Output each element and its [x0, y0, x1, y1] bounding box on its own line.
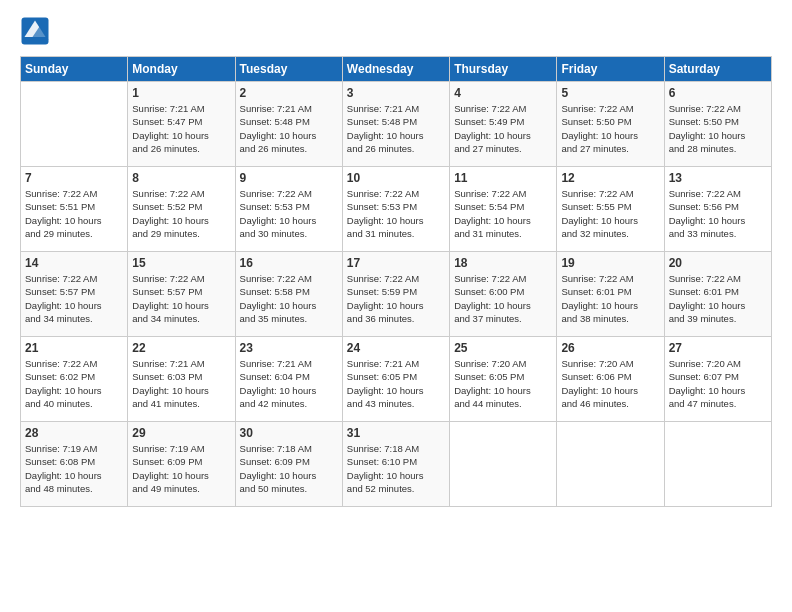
day-number: 17 — [347, 256, 445, 270]
calendar-cell — [450, 422, 557, 507]
day-number: 9 — [240, 171, 338, 185]
calendar-cell: 26Sunrise: 7:20 AM Sunset: 6:06 PM Dayli… — [557, 337, 664, 422]
calendar-cell: 29Sunrise: 7:19 AM Sunset: 6:09 PM Dayli… — [128, 422, 235, 507]
calendar-cell: 4Sunrise: 7:22 AM Sunset: 5:49 PM Daylig… — [450, 82, 557, 167]
header — [20, 16, 772, 46]
calendar-cell: 2Sunrise: 7:21 AM Sunset: 5:48 PM Daylig… — [235, 82, 342, 167]
calendar-cell: 13Sunrise: 7:22 AM Sunset: 5:56 PM Dayli… — [664, 167, 771, 252]
calendar-cell: 6Sunrise: 7:22 AM Sunset: 5:50 PM Daylig… — [664, 82, 771, 167]
calendar-cell: 14Sunrise: 7:22 AM Sunset: 5:57 PM Dayli… — [21, 252, 128, 337]
day-number: 4 — [454, 86, 552, 100]
day-number: 11 — [454, 171, 552, 185]
day-number: 18 — [454, 256, 552, 270]
day-number: 14 — [25, 256, 123, 270]
weekday-header-row: SundayMondayTuesdayWednesdayThursdayFrid… — [21, 57, 772, 82]
calendar-cell: 24Sunrise: 7:21 AM Sunset: 6:05 PM Dayli… — [342, 337, 449, 422]
calendar-cell: 9Sunrise: 7:22 AM Sunset: 5:53 PM Daylig… — [235, 167, 342, 252]
calendar-cell — [664, 422, 771, 507]
weekday-header-tuesday: Tuesday — [235, 57, 342, 82]
day-info: Sunrise: 7:22 AM Sunset: 5:50 PM Dayligh… — [669, 102, 767, 155]
weekday-header-monday: Monday — [128, 57, 235, 82]
calendar-cell: 19Sunrise: 7:22 AM Sunset: 6:01 PM Dayli… — [557, 252, 664, 337]
day-number: 19 — [561, 256, 659, 270]
calendar-cell: 7Sunrise: 7:22 AM Sunset: 5:51 PM Daylig… — [21, 167, 128, 252]
day-number: 6 — [669, 86, 767, 100]
day-number: 27 — [669, 341, 767, 355]
calendar-cell — [557, 422, 664, 507]
day-number: 28 — [25, 426, 123, 440]
logo — [20, 16, 54, 46]
day-info: Sunrise: 7:20 AM Sunset: 6:05 PM Dayligh… — [454, 357, 552, 410]
day-info: Sunrise: 7:22 AM Sunset: 5:51 PM Dayligh… — [25, 187, 123, 240]
calendar-cell: 15Sunrise: 7:22 AM Sunset: 5:57 PM Dayli… — [128, 252, 235, 337]
day-info: Sunrise: 7:22 AM Sunset: 5:57 PM Dayligh… — [132, 272, 230, 325]
day-number: 26 — [561, 341, 659, 355]
day-info: Sunrise: 7:21 AM Sunset: 5:48 PM Dayligh… — [347, 102, 445, 155]
calendar-cell: 21Sunrise: 7:22 AM Sunset: 6:02 PM Dayli… — [21, 337, 128, 422]
weekday-header-friday: Friday — [557, 57, 664, 82]
calendar-cell: 30Sunrise: 7:18 AM Sunset: 6:09 PM Dayli… — [235, 422, 342, 507]
calendar-cell: 16Sunrise: 7:22 AM Sunset: 5:58 PM Dayli… — [235, 252, 342, 337]
day-number: 7 — [25, 171, 123, 185]
day-info: Sunrise: 7:22 AM Sunset: 5:52 PM Dayligh… — [132, 187, 230, 240]
calendar-cell: 8Sunrise: 7:22 AM Sunset: 5:52 PM Daylig… — [128, 167, 235, 252]
day-number: 2 — [240, 86, 338, 100]
day-info: Sunrise: 7:18 AM Sunset: 6:09 PM Dayligh… — [240, 442, 338, 495]
day-number: 25 — [454, 341, 552, 355]
day-info: Sunrise: 7:20 AM Sunset: 6:06 PM Dayligh… — [561, 357, 659, 410]
day-info: Sunrise: 7:22 AM Sunset: 5:49 PM Dayligh… — [454, 102, 552, 155]
weekday-header-wednesday: Wednesday — [342, 57, 449, 82]
day-info: Sunrise: 7:22 AM Sunset: 5:50 PM Dayligh… — [561, 102, 659, 155]
calendar-cell: 10Sunrise: 7:22 AM Sunset: 5:53 PM Dayli… — [342, 167, 449, 252]
calendar-cell: 20Sunrise: 7:22 AM Sunset: 6:01 PM Dayli… — [664, 252, 771, 337]
calendar-table: SundayMondayTuesdayWednesdayThursdayFrid… — [20, 56, 772, 507]
day-info: Sunrise: 7:21 AM Sunset: 6:03 PM Dayligh… — [132, 357, 230, 410]
day-number: 13 — [669, 171, 767, 185]
day-info: Sunrise: 7:22 AM Sunset: 6:02 PM Dayligh… — [25, 357, 123, 410]
calendar-cell: 31Sunrise: 7:18 AM Sunset: 6:10 PM Dayli… — [342, 422, 449, 507]
day-info: Sunrise: 7:19 AM Sunset: 6:08 PM Dayligh… — [25, 442, 123, 495]
calendar-cell: 11Sunrise: 7:22 AM Sunset: 5:54 PM Dayli… — [450, 167, 557, 252]
calendar-cell: 23Sunrise: 7:21 AM Sunset: 6:04 PM Dayli… — [235, 337, 342, 422]
day-number: 12 — [561, 171, 659, 185]
day-info: Sunrise: 7:22 AM Sunset: 5:54 PM Dayligh… — [454, 187, 552, 240]
weekday-header-saturday: Saturday — [664, 57, 771, 82]
calendar-cell: 17Sunrise: 7:22 AM Sunset: 5:59 PM Dayli… — [342, 252, 449, 337]
day-info: Sunrise: 7:22 AM Sunset: 5:57 PM Dayligh… — [25, 272, 123, 325]
calendar-cell: 5Sunrise: 7:22 AM Sunset: 5:50 PM Daylig… — [557, 82, 664, 167]
day-info: Sunrise: 7:18 AM Sunset: 6:10 PM Dayligh… — [347, 442, 445, 495]
day-number: 8 — [132, 171, 230, 185]
day-info: Sunrise: 7:19 AM Sunset: 6:09 PM Dayligh… — [132, 442, 230, 495]
day-number: 21 — [25, 341, 123, 355]
day-info: Sunrise: 7:21 AM Sunset: 5:48 PM Dayligh… — [240, 102, 338, 155]
day-info: Sunrise: 7:22 AM Sunset: 6:00 PM Dayligh… — [454, 272, 552, 325]
day-number: 15 — [132, 256, 230, 270]
day-number: 20 — [669, 256, 767, 270]
day-number: 24 — [347, 341, 445, 355]
day-number: 10 — [347, 171, 445, 185]
day-number: 30 — [240, 426, 338, 440]
day-number: 1 — [132, 86, 230, 100]
day-number: 23 — [240, 341, 338, 355]
logo-icon — [20, 16, 50, 46]
week-row-4: 21Sunrise: 7:22 AM Sunset: 6:02 PM Dayli… — [21, 337, 772, 422]
day-info: Sunrise: 7:21 AM Sunset: 5:47 PM Dayligh… — [132, 102, 230, 155]
calendar-page: SundayMondayTuesdayWednesdayThursdayFrid… — [0, 0, 792, 612]
weekday-header-sunday: Sunday — [21, 57, 128, 82]
calendar-cell: 1Sunrise: 7:21 AM Sunset: 5:47 PM Daylig… — [128, 82, 235, 167]
calendar-cell: 28Sunrise: 7:19 AM Sunset: 6:08 PM Dayli… — [21, 422, 128, 507]
week-row-2: 7Sunrise: 7:22 AM Sunset: 5:51 PM Daylig… — [21, 167, 772, 252]
calendar-cell: 22Sunrise: 7:21 AM Sunset: 6:03 PM Dayli… — [128, 337, 235, 422]
calendar-cell: 18Sunrise: 7:22 AM Sunset: 6:00 PM Dayli… — [450, 252, 557, 337]
calendar-cell: 3Sunrise: 7:21 AM Sunset: 5:48 PM Daylig… — [342, 82, 449, 167]
day-info: Sunrise: 7:22 AM Sunset: 6:01 PM Dayligh… — [561, 272, 659, 325]
day-number: 31 — [347, 426, 445, 440]
day-info: Sunrise: 7:20 AM Sunset: 6:07 PM Dayligh… — [669, 357, 767, 410]
week-row-5: 28Sunrise: 7:19 AM Sunset: 6:08 PM Dayli… — [21, 422, 772, 507]
day-info: Sunrise: 7:22 AM Sunset: 5:53 PM Dayligh… — [240, 187, 338, 240]
calendar-cell: 12Sunrise: 7:22 AM Sunset: 5:55 PM Dayli… — [557, 167, 664, 252]
week-row-1: 1Sunrise: 7:21 AM Sunset: 5:47 PM Daylig… — [21, 82, 772, 167]
week-row-3: 14Sunrise: 7:22 AM Sunset: 5:57 PM Dayli… — [21, 252, 772, 337]
day-info: Sunrise: 7:21 AM Sunset: 6:04 PM Dayligh… — [240, 357, 338, 410]
calendar-cell: 25Sunrise: 7:20 AM Sunset: 6:05 PM Dayli… — [450, 337, 557, 422]
